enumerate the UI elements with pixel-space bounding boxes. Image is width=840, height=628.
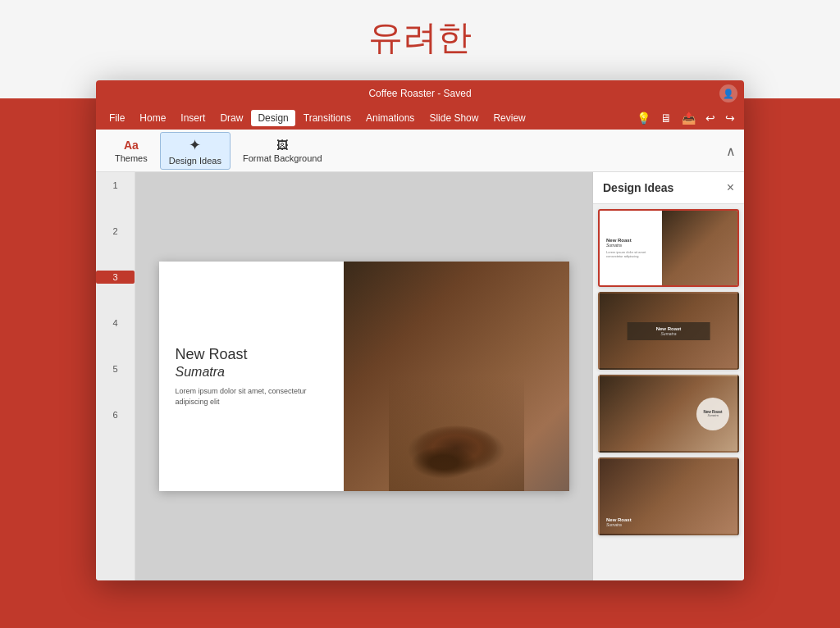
slide-panel: 1 2 3 4 5 6 [96, 172, 135, 580]
ribbon: Aa Themes ✦ Design Ideas 🖼 Format Backgr… [96, 130, 744, 172]
slide-body: Lorem ipsum dolor sit amet, consectetur … [176, 386, 327, 407]
themes-button[interactable]: Aa Themes [106, 134, 157, 167]
themes-label: Themes [115, 153, 148, 163]
slide-subtitle: Sumatra [176, 365, 327, 380]
redo-icon[interactable]: ↪ [723, 110, 737, 126]
format-bg-icon: 🖼 [276, 139, 288, 152]
themes-icon: Aa [124, 139, 139, 152]
slide-image [344, 262, 569, 491]
design-idea-2[interactable]: New Roast Sumatra [598, 292, 739, 370]
design-idea-3[interactable]: New Roast Sumatra [598, 375, 739, 453]
panel-header: Design Ideas × [593, 172, 744, 204]
menu-icons: 💡 🖥 📤 ↩ ↪ [634, 110, 737, 126]
menu-insert[interactable]: Insert [174, 110, 212, 126]
panel-items: New Roast Sumatra Lorem ipsum dolor sit … [593, 204, 744, 580]
design-ideas-button[interactable]: ✦ Design Ideas [160, 132, 231, 170]
menu-slideshow[interactable]: Slide Show [422, 110, 485, 126]
slide-num-4[interactable]: 4 [96, 316, 135, 330]
menu-design[interactable]: Design [251, 110, 294, 126]
slide-num-6[interactable]: 6 [96, 408, 135, 421]
app-window: Coffee Roaster - Saved 👤 File Home Inser… [96, 80, 744, 580]
panel-title: Design Ideas [603, 181, 673, 194]
menu-bar: File Home Insert Draw Design Transitions… [96, 107, 744, 130]
slide-image-area [344, 262, 569, 491]
slide-num-5[interactable]: 5 [96, 362, 135, 375]
user-avatar[interactable]: 👤 [719, 84, 737, 102]
format-bg-label: Format Background [243, 153, 322, 163]
thumb3-circle: New Roast Sumatra [696, 398, 729, 430]
menu-file[interactable]: File [103, 110, 131, 126]
menu-transitions[interactable]: Transitions [297, 110, 358, 126]
ribbon-collapse-icon[interactable]: ∧ [726, 143, 736, 158]
design-ideas-label: Design Ideas [169, 156, 221, 166]
slide-title: New Roast [176, 346, 327, 363]
design-ideas-panel: Design Ideas × New Roast Sumatra Lorem i… [592, 172, 744, 580]
slide-num-2[interactable]: 2 [96, 225, 135, 238]
editor-area: New Roast Sumatra Lorem ipsum dolor sit … [135, 172, 592, 580]
title-bar-text: Coffee Roaster - Saved [368, 88, 471, 99]
monitor-icon[interactable]: 🖥 [658, 110, 674, 126]
format-background-button[interactable]: 🖼 Format Background [234, 134, 331, 167]
title-bar: Coffee Roaster - Saved 👤 [96, 80, 744, 107]
thumb1-image [662, 211, 737, 285]
lightbulb-icon[interactable]: 💡 [634, 110, 653, 126]
share-icon[interactable]: 📤 [679, 110, 698, 126]
panel-close-button[interactable]: × [727, 180, 734, 195]
menu-draw[interactable]: Draw [213, 110, 249, 126]
thumb2-overlay: New Roast Sumatra [628, 322, 710, 340]
slide-num-1[interactable]: 1 [96, 179, 135, 192]
design-idea-4[interactable]: New Roast Sumatra [598, 457, 739, 535]
korean-title: 유려한 [368, 15, 472, 61]
slide-num-3[interactable]: 3 [96, 271, 135, 284]
slide-canvas: New Roast Sumatra Lorem ipsum dolor sit … [159, 262, 569, 491]
design-idea-1[interactable]: New Roast Sumatra Lorem ipsum dolor sit … [598, 209, 739, 287]
menu-review[interactable]: Review [486, 110, 532, 126]
undo-icon[interactable]: ↩ [703, 110, 718, 126]
design-ideas-icon: ✦ [189, 136, 201, 154]
menu-home[interactable]: Home [133, 110, 172, 126]
thumb1-left: New Roast Sumatra Lorem ipsum dolor sit … [600, 211, 662, 285]
main-area: 1 2 3 4 5 6 New Roast Sumatra Lorem ipsu… [96, 172, 744, 580]
thumb4-text: New Roast Sumatra [606, 517, 632, 527]
menu-animations[interactable]: Animations [359, 110, 421, 126]
slide-content-left: New Roast Sumatra Lorem ipsum dolor sit … [159, 262, 344, 491]
